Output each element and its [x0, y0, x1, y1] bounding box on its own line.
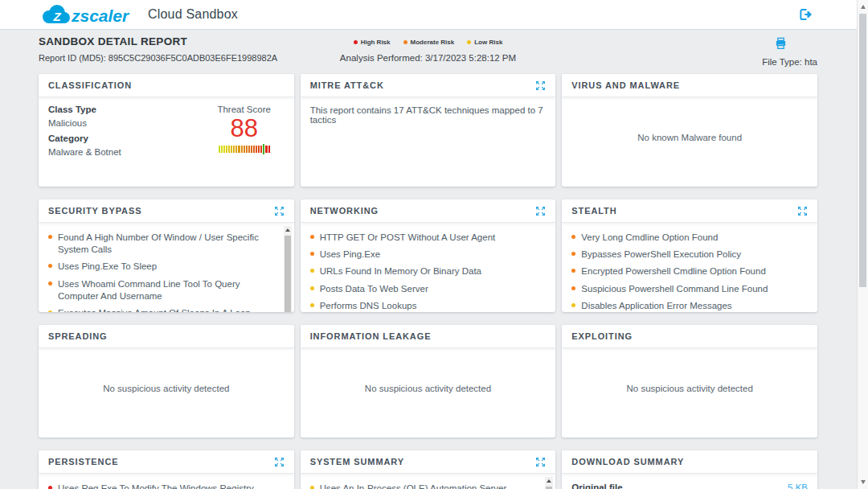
- risk-legend: High Risk Moderate Risk Low Risk: [340, 39, 516, 46]
- print-button[interactable]: [775, 37, 787, 52]
- card-title: SPREADING: [48, 331, 108, 341]
- signature-text: Disables Application Error Messages: [581, 300, 731, 312]
- card-stealth: STEALTH Very Long Cmdline Option Found: [562, 199, 817, 312]
- risk-dot: [310, 252, 314, 256]
- list-item: Uses An In-Process (OLE) Automation Serv…: [310, 483, 537, 489]
- svg-text:zscaler: zscaler: [71, 6, 130, 25]
- risk-dot: [354, 40, 358, 44]
- card-virus-and-malware: VIRUS AND MALWARE No known Malware found: [562, 74, 817, 187]
- signature-text: Uses Reg.Exe To Modify The Windows Regis…: [58, 483, 254, 489]
- card-title: VIRUS AND MALWARE: [571, 80, 680, 90]
- risk-dot: [571, 235, 575, 239]
- list-item: HTTP GET Or POST Without A User Agent: [310, 232, 547, 244]
- legend-item: High Risk: [354, 39, 391, 46]
- risk-dot: [310, 235, 314, 239]
- signature-text: Uses Ping.Exe: [320, 249, 380, 261]
- signature-text: Found A High Number Of Window / User Spe…: [58, 232, 275, 256]
- legend-item: Moderate Risk: [403, 39, 455, 46]
- download-link[interactable]: 5 KB: [788, 483, 808, 489]
- empty-message: No suspicious activity detected: [365, 384, 491, 400]
- card-exploiting: EXPLOITING No suspicious activity detect…: [562, 325, 817, 438]
- card-title: PERSISTENCE: [48, 457, 119, 466]
- threat-score-label: Threat Score: [207, 105, 281, 114]
- card-mitre-attack: MITRE ATT&CK This report contains 17 ATT…: [301, 74, 556, 187]
- legend-label: Moderate Risk: [411, 39, 455, 46]
- empty-message: No suspicious activity detected: [627, 384, 753, 400]
- list-item: Bypasses PowerShell Execution Policy: [571, 249, 808, 261]
- card-scrollbar[interactable]: [284, 226, 292, 312]
- zscaler-logo: Z zscaler: [39, 4, 137, 25]
- signature-list: Uses Reg.Exe To Modify The Windows Regis…: [48, 483, 285, 489]
- card-spreading: SPREADING No suspicious activity detecte…: [39, 325, 294, 438]
- expand-button[interactable]: [535, 206, 546, 216]
- card-persistence: PERSISTENCE Uses Reg.Exe To Modify The W…: [39, 450, 294, 489]
- expand-button[interactable]: [535, 457, 546, 467]
- card-security-bypass: SECURITY BYPASS Found A High Number Of W…: [39, 199, 294, 312]
- risk-dot: [48, 310, 52, 312]
- signature-text: URLs Found In Memory Or Binary Data: [320, 265, 481, 277]
- scrollbar-thumb[interactable]: [285, 236, 291, 312]
- signature-text: Encrypted Powershell Cmdline Option Foun…: [581, 265, 765, 277]
- top-app-bar: Z zscaler Cloud Sandbox: [0, 0, 857, 30]
- cards-grid: CLASSIFICATION Class Type Malicious Cate…: [39, 74, 817, 489]
- signature-text: Very Long Cmdline Option Found: [581, 232, 718, 244]
- threat-score-meter: [219, 146, 270, 153]
- risk-dot: [310, 486, 314, 489]
- card-title: SYSTEM SUMMARY: [310, 457, 404, 466]
- signature-text: Uses An In-Process (OLE) Automation Serv…: [320, 483, 507, 489]
- expand-icon: [535, 80, 546, 91]
- expand-button[interactable]: [274, 206, 285, 216]
- analysis-performed: Analysis Performed: 3/17/2023 5:28:12 PM: [340, 53, 516, 63]
- expand-button[interactable]: [535, 80, 546, 91]
- card-scrollbar[interactable]: [545, 477, 553, 489]
- report-header: SANDBOX DETAIL REPORT Report ID (MD5): 8…: [39, 35, 817, 67]
- list-item: Very Long Cmdline Option Found: [571, 232, 808, 244]
- page-title: Cloud Sandbox: [148, 7, 238, 22]
- expand-button[interactable]: [274, 457, 285, 467]
- risk-dot: [48, 486, 52, 489]
- risk-dot: [48, 264, 52, 268]
- risk-dot: [310, 303, 314, 307]
- signature-text: Uses Ping.Exe To Sleep: [58, 261, 157, 273]
- list-item: Uses Ping.Exe To Sleep: [48, 261, 275, 273]
- threat-score-block: Threat Score 88: [207, 105, 285, 180]
- risk-dot: [467, 40, 471, 44]
- classification-fields: Class Type Malicious Category Malware & …: [48, 105, 121, 180]
- card-title: EXPLOITING: [571, 331, 633, 341]
- print-icon: [775, 37, 787, 49]
- report-title: SANDBOX DETAIL REPORT: [39, 35, 340, 47]
- signature-list: HTTP GET Or POST Without A User Agent Us…: [310, 232, 547, 312]
- risk-dot: [571, 303, 575, 307]
- empty-message: No suspicious activity detected: [103, 384, 229, 400]
- risk-dot: [48, 235, 52, 239]
- download-rows: Original file 5 KB Report file 101 KB: [562, 474, 817, 489]
- logout-icon: [798, 7, 813, 22]
- signature-text: Posts Data To Web Server: [320, 283, 428, 295]
- risk-dot: [571, 286, 575, 290]
- card-information-leakage: INFORMATION LEAKAGE No suspicious activi…: [301, 325, 556, 438]
- risk-dot: [310, 286, 314, 290]
- file-type: File Type: hta: [762, 57, 817, 67]
- risk-dot: [48, 281, 52, 286]
- page-scrollbar[interactable]: [857, 0, 868, 489]
- card-title: CLASSIFICATION: [48, 80, 132, 90]
- signature-list: Uses An In-Process (OLE) Automation Serv…: [310, 483, 537, 489]
- logout-button[interactable]: [798, 7, 813, 22]
- list-item: Uses Ping.Exe: [310, 249, 547, 261]
- list-item: Suspicious Powershell Command Line Found: [571, 283, 808, 295]
- list-item: Executes Massive Amount Of Sleeps In A L…: [48, 307, 275, 312]
- mitre-summary-text: This report contains 17 ATT&CK technique…: [310, 101, 547, 125]
- signature-list: Very Long Cmdline Option Found Bypasses …: [571, 232, 808, 312]
- scroll-up-icon: [547, 479, 551, 483]
- expand-button[interactable]: [797, 206, 808, 216]
- expand-icon: [274, 457, 285, 467]
- list-item: Performs DNS Lookups: [310, 300, 547, 312]
- risk-dot: [403, 40, 407, 44]
- signature-text: Executes Massive Amount Of Sleeps In A L…: [58, 307, 251, 312]
- signature-text: Performs DNS Lookups: [320, 300, 417, 312]
- category-label: Category: [48, 134, 121, 143]
- legend-label: High Risk: [361, 39, 391, 46]
- list-item: Uses Reg.Exe To Modify The Windows Regis…: [48, 483, 285, 489]
- scrollbar-thumb[interactable]: [859, 14, 866, 287]
- card-title: MITRE ATT&CK: [310, 80, 384, 90]
